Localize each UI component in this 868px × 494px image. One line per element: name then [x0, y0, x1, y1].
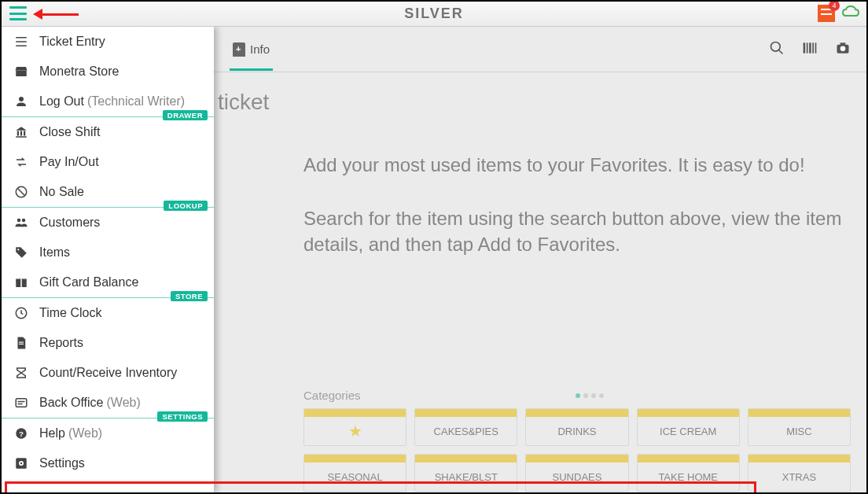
categories-label: Categories [303, 389, 361, 402]
nav-label: Reports [39, 336, 83, 350]
nav-close-shift[interactable]: DRAWER Close Shift [2, 117, 214, 147]
nav-label: Count/Receive Inventory [39, 366, 177, 380]
receipt-badge: 4 [829, 0, 840, 11]
gear-icon [13, 456, 30, 470]
nav-label: Help [39, 426, 65, 441]
svg-rect-11 [16, 41, 27, 42]
favorites-instructions: Add your most used items to your Favorit… [303, 153, 851, 286]
document-icon [13, 336, 30, 350]
svg-rect-10 [16, 37, 27, 39]
nav-suffix: (Web) [107, 396, 141, 410]
svg-rect-9 [840, 42, 846, 45]
category-tile[interactable]: SHAKE/BLST [414, 454, 517, 492]
nav-label: Ticket Entry [39, 35, 105, 49]
cloud-sync-icon[interactable] [841, 5, 860, 22]
nav-items[interactable]: Items [2, 238, 214, 267]
category-favorites[interactable]: ★ [303, 408, 406, 446]
nav-label: Time Clock [39, 306, 101, 320]
bank-icon [13, 125, 30, 139]
desc-line-2: Search for the item using the search but… [303, 206, 851, 257]
help-icon: ? [13, 426, 30, 441]
nav-pay-in-out[interactable]: Pay In/Out [2, 147, 214, 177]
svg-rect-12 [16, 46, 27, 47]
categories-section: Categories ★ CAKES&PIES DRINKS ICE CREAM… [303, 389, 851, 492]
nav-label: Gift Card Balance [39, 275, 138, 289]
category-tile[interactable]: MISC [748, 408, 851, 446]
svg-point-37 [20, 463, 22, 464]
section-tag-store: STORE [171, 291, 208, 301]
receipt-icon[interactable]: 4 [818, 5, 835, 22]
nosale-icon [13, 185, 30, 199]
category-tile[interactable]: SUNDAES [525, 454, 628, 492]
camera-icon[interactable] [835, 40, 851, 59]
pager-dots [576, 393, 604, 398]
tab-info[interactable]: Info [230, 28, 273, 71]
info-plus-icon [233, 42, 245, 57]
svg-rect-28 [19, 342, 24, 343]
svg-point-14 [19, 97, 24, 101]
nav-label: No Sale [39, 185, 84, 199]
svg-rect-6 [815, 42, 817, 53]
list-icon [13, 35, 30, 49]
gift-icon [13, 275, 30, 289]
nav-label: Settings [39, 456, 85, 470]
barcode-icon[interactable] [802, 40, 818, 59]
svg-point-0 [771, 42, 781, 51]
category-tile[interactable]: TAKE HOME [637, 454, 740, 492]
office-icon [13, 396, 30, 410]
clock-icon [13, 306, 30, 320]
svg-rect-18 [16, 136, 27, 138]
svg-rect-3 [807, 42, 808, 53]
svg-rect-26 [20, 279, 22, 288]
category-tile[interactable]: CAKES&PIES [414, 408, 517, 446]
svg-point-21 [17, 219, 21, 223]
nav-time-clock[interactable]: STORE Time Clock [2, 298, 214, 328]
hamburger-menu-icon[interactable] [9, 6, 27, 20]
section-tag-settings: SETTINGS [157, 411, 208, 422]
svg-text:?: ? [19, 429, 24, 438]
svg-point-8 [840, 46, 846, 51]
svg-rect-5 [812, 42, 814, 53]
page-title-partial: ticket [218, 90, 269, 115]
nav-reports[interactable]: Reports [2, 328, 214, 358]
nav-label: Back Office [39, 396, 104, 410]
nav-inventory[interactable]: Count/Receive Inventory [2, 358, 214, 388]
section-tag-lookup: LOOKUP [164, 201, 208, 211]
svg-point-23 [17, 249, 19, 250]
category-tile[interactable]: ICE CREAM [637, 408, 740, 446]
swap-icon [13, 155, 30, 169]
category-tile[interactable]: DRINKS [525, 408, 628, 446]
category-tile[interactable]: XTRAS [748, 454, 851, 492]
desc-line-1: Add your most used items to your Favorit… [303, 153, 851, 178]
nav-customers[interactable]: LOOKUP Customers [2, 208, 214, 238]
nav-monetra-store[interactable]: Monetra Store [2, 57, 214, 87]
svg-rect-30 [16, 399, 27, 407]
svg-rect-32 [18, 404, 23, 405]
nav-label: Close Shift [39, 125, 100, 139]
svg-rect-29 [19, 344, 24, 345]
nav-suffix: (Web) [68, 426, 102, 441]
nav-help[interactable]: SETTINGS ? Help (Web) [2, 418, 214, 448]
nav-label: Pay In/Out [39, 155, 99, 169]
nav-suffix: (Technical Writer) [87, 94, 185, 109]
nav-ticket-entry[interactable]: Ticket Entry [2, 27, 214, 57]
svg-rect-4 [809, 42, 811, 53]
nav-label: Log Out [39, 94, 84, 109]
people-icon [13, 216, 30, 230]
svg-rect-16 [20, 131, 22, 136]
svg-point-22 [22, 219, 26, 223]
top-bar: SILVER 4 [2, 2, 866, 27]
svg-rect-31 [18, 401, 25, 403]
svg-rect-13 [16, 71, 27, 77]
nav-label: Monetra Store [39, 65, 119, 79]
sigma-icon [13, 366, 30, 380]
annotation-arrow [33, 11, 80, 17]
app-logo: SILVER [404, 6, 464, 22]
nav-label: Items [39, 245, 70, 260]
search-icon[interactable] [769, 40, 785, 59]
svg-line-1 [779, 50, 783, 53]
logo-text: SILVER [404, 6, 464, 22]
nav-settings[interactable]: Settings [2, 448, 214, 478]
tab-info-label: Info [250, 42, 270, 56]
category-tile[interactable]: SEASONAL [303, 454, 406, 492]
